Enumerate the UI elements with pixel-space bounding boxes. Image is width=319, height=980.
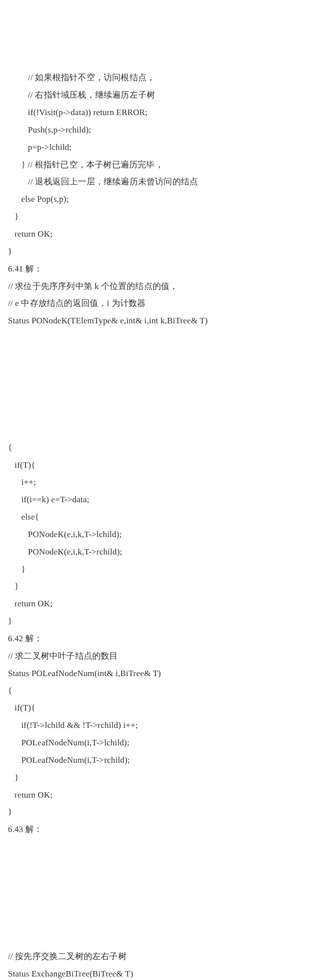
code-line: p=p->lchild; <box>8 139 315 156</box>
vertical-gap-2 <box>8 856 315 931</box>
code-line: // 右指针域压栈，继续遍历左子树 <box>8 87 315 104</box>
code-line: Push(s,p->rchild); <box>8 122 315 139</box>
code-line: 6.43 解： <box>8 821 315 839</box>
code-line: PONodeK(e,i,k,T->lchild); <box>8 526 315 544</box>
code-line: if(T){ <box>8 700 315 717</box>
code-line: } <box>8 804 315 821</box>
code-line: } <box>8 208 315 226</box>
code-line: // 退栈返回上一层，继续遍历未曾访问的结点 <box>8 173 315 191</box>
code-line: // e 中存放结点的返回值，i 为计数器 <box>8 295 315 312</box>
code-block-3: // 按先序交换二叉树的左右子树Status ExchangeBiTree(Bi… <box>8 948 315 980</box>
code-line: return OK; <box>8 787 315 804</box>
code-line: i++; <box>8 474 315 491</box>
code-line: // 求位于先序序列中第 k 个位置的结点的值， <box>8 278 315 295</box>
code-line: } <box>8 578 315 595</box>
code-line: 6.42 解： <box>8 630 315 648</box>
code-block-2: { if(T){ i++; if(i==k) e=T->data; else{ … <box>8 439 315 839</box>
code-line: if(T){ <box>8 457 315 474</box>
code-line: if(i==k) e=T->data; <box>8 491 315 509</box>
code-line: } // 根指针已空，本子树已遍历完毕， <box>8 156 315 174</box>
vertical-gap-1 <box>8 347 315 422</box>
code-line: return OK; <box>8 595 315 613</box>
code-line: } <box>8 561 315 578</box>
code-block-1: // 如果根指针不空，访问根结点， // 右指针域压栈，继续遍历左子树 if(!… <box>8 69 315 330</box>
code-line: POLeafNodeNum(i,T->rchild); <box>8 752 315 769</box>
code-line: // 如果根指针不空，访问根结点， <box>8 69 315 87</box>
code-line: // 求二叉树中叶子结点的数目 <box>8 648 315 665</box>
code-line: else{ <box>8 509 315 526</box>
code-line: } <box>8 769 315 787</box>
code-line: { <box>8 439 315 457</box>
code-line: POLeafNodeNum(i,T->lchild); <box>8 734 315 752</box>
code-line: 6.41 解： <box>8 261 315 278</box>
code-line: Status PONodeK(TElemType& e,int& i,int k… <box>8 312 315 330</box>
code-line: Status POLeafNodeNum(int& i,BiTree& T) <box>8 665 315 683</box>
code-line: // 按先序交换二叉树的左右子树 <box>8 948 315 966</box>
code-line: } <box>8 243 315 261</box>
code-line: if(!Visit(p->data)) return ERROR; <box>8 104 315 122</box>
code-line: else Pop(s,p); <box>8 191 315 208</box>
code-line: } <box>8 613 315 630</box>
code-line: Status ExchangeBiTree(BiTree& T) <box>8 966 315 980</box>
code-line: { <box>8 683 315 700</box>
code-line: PONodeK(e,i,k,T->rchild); <box>8 544 315 561</box>
code-line: return OK; <box>8 226 315 243</box>
code-line: if(!T->lchild && !T->rchild) i++; <box>8 717 315 734</box>
